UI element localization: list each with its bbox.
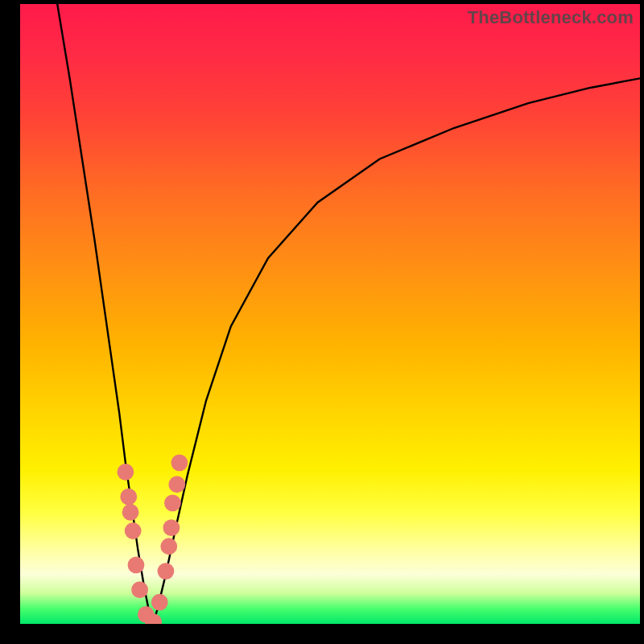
marker-dot [131, 581, 148, 598]
marker-dot [171, 454, 188, 471]
marker-dot [118, 464, 134, 481]
curve-right-branch [154, 78, 640, 624]
marker-dot [120, 489, 137, 506]
marker-dot [163, 519, 180, 536]
marker-dot [168, 476, 185, 493]
plot-area: TheBottleneck.com [20, 4, 640, 624]
marker-dot [151, 594, 168, 611]
marker-dot [125, 522, 142, 539]
marker-dot [158, 563, 175, 580]
outer-frame: TheBottleneck.com [0, 0, 644, 644]
marker-dots-group [118, 454, 188, 624]
marker-dot [164, 494, 181, 511]
marker-dot [128, 556, 145, 573]
marker-dot [160, 538, 177, 555]
chart-svg [20, 4, 640, 624]
marker-dot [122, 504, 139, 521]
